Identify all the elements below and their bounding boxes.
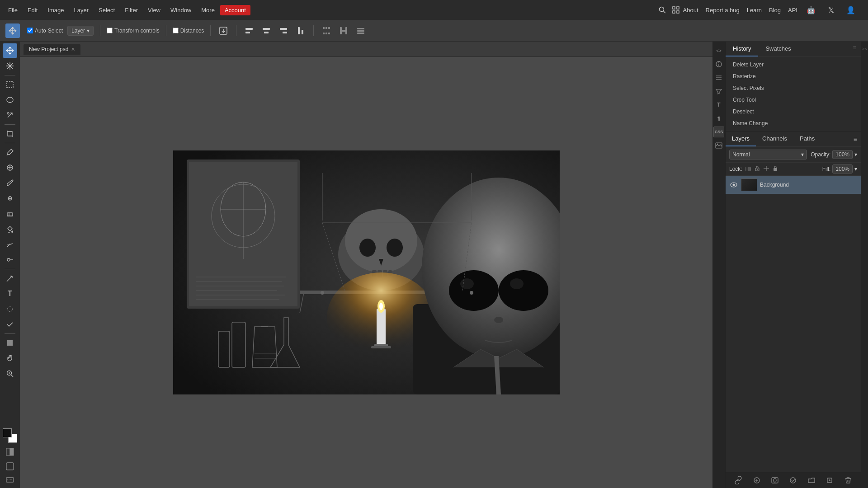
paint-bucket-tool[interactable]	[3, 222, 17, 236]
collapse-panel-icon[interactable]: <>	[713, 45, 724, 56]
add-effect-btn[interactable]	[751, 475, 762, 486]
layer-item-background[interactable]: Background	[726, 176, 861, 194]
menu-about[interactable]: About	[683, 7, 698, 14]
auto-select-checkbox[interactable]	[27, 28, 33, 33]
history-item-crop-tool[interactable]: Crop Tool	[726, 94, 861, 106]
zoom-tool[interactable]	[3, 366, 17, 381]
canvas-container[interactable]	[20, 57, 712, 488]
blur-tool[interactable]	[3, 302, 17, 316]
brush-tool[interactable]	[3, 176, 17, 190]
align-right-icon[interactable]	[277, 24, 290, 37]
eyedropper-tool[interactable]	[3, 145, 17, 160]
menu-select[interactable]: Select	[94, 5, 119, 15]
reddit-icon[interactable]: 🤖	[805, 4, 817, 16]
lasso-tool[interactable]	[3, 93, 17, 107]
menu-file[interactable]: File	[4, 5, 22, 15]
document-tab[interactable]: New Project.psd ×	[24, 44, 80, 55]
history-item-delete-layer[interactable]: Delete Layer	[726, 59, 861, 70]
delete-layer-btn[interactable]	[843, 475, 854, 486]
twitter-icon[interactable]: 𝕏	[825, 4, 837, 16]
history-item-select-pixels[interactable]: Select Pixels	[726, 82, 861, 94]
pen-tool[interactable]	[3, 271, 17, 286]
facebook-icon[interactable]: 👤	[844, 4, 857, 16]
opacity-value[interactable]: 100%	[832, 150, 853, 159]
blend-mode-select[interactable]: Normal ▾	[729, 150, 807, 160]
tab-swatches[interactable]: Swatches	[758, 42, 798, 56]
info-icon[interactable]	[713, 59, 724, 70]
distances-checkbox[interactable]	[173, 28, 179, 33]
menu-account[interactable]: Account	[220, 5, 250, 15]
search-icon[interactable]	[656, 4, 669, 16]
distances-label[interactable]: Distances	[173, 28, 204, 34]
filter-icon[interactable]	[713, 86, 724, 97]
text-style-icon[interactable]: ¶	[713, 113, 724, 124]
transform-controls-checkbox[interactable]	[107, 28, 113, 33]
history-item-deselect[interactable]: Deselect	[726, 106, 861, 117]
layer-select-btn[interactable]: Layer ▾	[67, 26, 94, 36]
fullscreen-icon[interactable]	[670, 4, 682, 16]
history-item-name-change[interactable]: Name Change	[726, 117, 861, 129]
right-collapse-btn[interactable]: ><	[859, 43, 868, 54]
menu-blog[interactable]: Blog	[769, 7, 781, 14]
menu-report-bug[interactable]: Report a bug	[706, 7, 740, 14]
move-tool-alt[interactable]	[3, 59, 17, 73]
tab-close-button[interactable]: ×	[71, 46, 75, 53]
crop-tool[interactable]	[3, 127, 17, 141]
menu-image[interactable]: Image	[43, 5, 68, 15]
move-tool-btn[interactable]	[5, 23, 20, 38]
align-download-icon[interactable]	[217, 24, 230, 37]
transform-icon[interactable]	[337, 24, 350, 37]
heal-tool[interactable]	[3, 160, 17, 175]
shape-tool[interactable]	[3, 336, 17, 350]
keyboard-btn[interactable]	[4, 474, 16, 486]
layer-visibility-icon[interactable]	[729, 180, 738, 189]
menu-view[interactable]: View	[143, 5, 165, 15]
menu-filter[interactable]: Filter	[120, 5, 142, 15]
align-bottom-icon[interactable]	[294, 24, 307, 37]
text-tool[interactable]: T	[3, 286, 17, 301]
more-options-icon[interactable]	[354, 24, 367, 37]
fill-value[interactable]: 100%	[832, 164, 853, 174]
menu-learn[interactable]: Learn	[747, 7, 762, 14]
tab-paths[interactable]: Paths	[793, 131, 821, 146]
menu-api[interactable]: API	[788, 7, 797, 14]
menu-layer[interactable]: Layer	[70, 5, 94, 15]
distribute-icon[interactable]	[320, 24, 333, 37]
menu-window[interactable]: Window	[166, 5, 196, 15]
foreground-color-swatch[interactable]	[3, 428, 12, 437]
tab-history[interactable]: History	[726, 42, 758, 56]
auto-select-label[interactable]: Auto-Select	[27, 28, 63, 34]
align-left-icon[interactable]	[243, 24, 255, 37]
new-layer-btn[interactable]	[824, 475, 835, 486]
menu-more[interactable]: More	[197, 5, 219, 15]
marquee-tool[interactable]	[3, 77, 17, 92]
add-mask-btn[interactable]	[769, 475, 780, 486]
align-center-icon[interactable]	[260, 24, 273, 37]
screen-mode-btn[interactable]	[4, 460, 16, 473]
clone-tool[interactable]	[3, 191, 17, 206]
dodge-tool[interactable]	[3, 253, 17, 267]
magic-wand-tool[interactable]	[3, 108, 17, 122]
color-swatches[interactable]	[3, 428, 17, 443]
eraser-tool[interactable]	[3, 206, 17, 221]
image-icon[interactable]	[713, 140, 724, 151]
lock-all-icon[interactable]	[772, 165, 778, 173]
transform-controls-label[interactable]: Transform controls	[107, 28, 160, 34]
history-panel-menu[interactable]: ≡	[848, 42, 861, 54]
lock-image-icon[interactable]	[754, 165, 760, 173]
panel-menu-icon[interactable]	[713, 72, 724, 83]
quick-mask-btn[interactable]	[4, 446, 16, 458]
new-fill-layer-btn[interactable]	[788, 475, 798, 486]
history-item-rasterize[interactable]: Rasterize	[726, 70, 861, 82]
menu-edit[interactable]: Edit	[23, 5, 42, 15]
canvas-image[interactable]	[173, 150, 560, 394]
lock-transparent-icon[interactable]	[745, 165, 751, 173]
tab-layers[interactable]: Layers	[726, 131, 756, 146]
hand-tool[interactable]	[3, 351, 17, 366]
new-group-btn[interactable]	[806, 475, 817, 486]
smudge-tool[interactable]	[3, 237, 17, 252]
move-tool[interactable]	[3, 43, 17, 58]
lock-position-icon[interactable]	[763, 165, 769, 173]
css-icon[interactable]: CSS	[713, 127, 724, 137]
tab-channels[interactable]: Channels	[756, 131, 793, 146]
